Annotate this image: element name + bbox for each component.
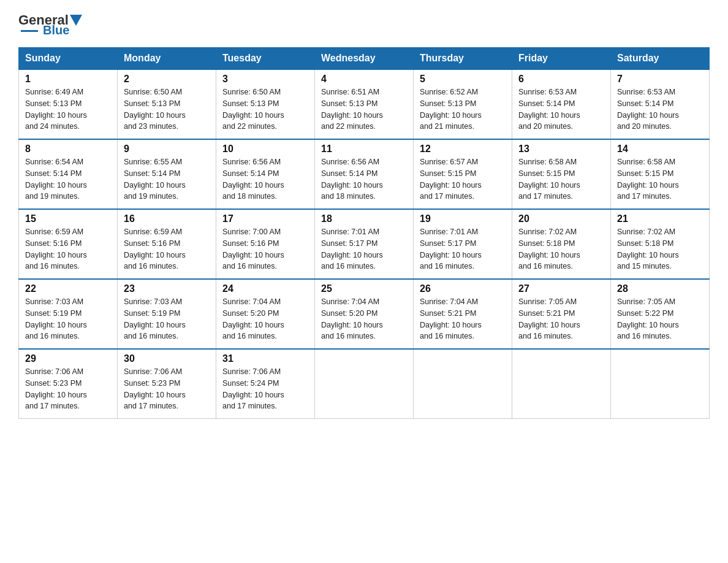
- day-info: Sunrise: 7:04 AMSunset: 5:20 PMDaylight:…: [222, 297, 284, 340]
- day-info: Sunrise: 6:51 AMSunset: 5:13 PMDaylight:…: [321, 88, 383, 131]
- day-info: Sunrise: 6:59 AMSunset: 5:16 PMDaylight:…: [25, 228, 87, 270]
- day-number: 27: [518, 283, 604, 294]
- calendar-day-cell: 5 Sunrise: 6:52 AMSunset: 5:13 PMDayligh…: [414, 69, 512, 139]
- day-number: 26: [420, 283, 506, 294]
- day-info: Sunrise: 6:53 AMSunset: 5:14 PMDaylight:…: [518, 88, 580, 131]
- day-info: Sunrise: 6:53 AMSunset: 5:14 PMDaylight:…: [617, 88, 679, 131]
- day-number: 4: [321, 74, 407, 85]
- calendar-day-cell: 19 Sunrise: 7:01 AMSunset: 5:17 PMDaylig…: [414, 209, 512, 279]
- calendar-day-cell: 15 Sunrise: 6:59 AMSunset: 5:16 PMDaylig…: [19, 209, 118, 279]
- calendar-day-cell: 11 Sunrise: 6:56 AMSunset: 5:14 PMDaylig…: [315, 139, 414, 209]
- day-number: 10: [222, 144, 308, 155]
- calendar-day-cell: 16 Sunrise: 6:59 AMSunset: 5:16 PMDaylig…: [118, 209, 216, 279]
- day-number: 28: [617, 283, 703, 294]
- day-info: Sunrise: 7:01 AMSunset: 5:17 PMDaylight:…: [321, 228, 383, 270]
- day-number: 23: [124, 283, 210, 294]
- day-info: Sunrise: 7:03 AMSunset: 5:19 PMDaylight:…: [124, 297, 186, 340]
- day-number: 14: [617, 144, 703, 155]
- weekday-header-friday: Friday: [512, 48, 611, 70]
- day-number: 20: [518, 213, 604, 224]
- day-info: Sunrise: 6:50 AMSunset: 5:13 PMDaylight:…: [222, 88, 284, 131]
- calendar-day-cell: 24 Sunrise: 7:04 AMSunset: 5:20 PMDaylig…: [216, 279, 315, 349]
- day-info: Sunrise: 6:54 AMSunset: 5:14 PMDaylight:…: [25, 158, 87, 201]
- day-info: Sunrise: 7:02 AMSunset: 5:18 PMDaylight:…: [518, 228, 580, 270]
- calendar-day-cell: 31 Sunrise: 7:06 AMSunset: 5:24 PMDaylig…: [216, 349, 315, 419]
- day-number: 12: [420, 144, 506, 155]
- weekday-header-row: SundayMondayTuesdayWednesdayThursdayFrid…: [19, 48, 710, 70]
- day-number: 2: [124, 74, 210, 85]
- calendar-week-row: 22 Sunrise: 7:03 AMSunset: 5:19 PMDaylig…: [19, 279, 710, 349]
- calendar-day-cell: [315, 349, 414, 419]
- calendar-day-cell: 17 Sunrise: 7:00 AMSunset: 5:16 PMDaylig…: [216, 209, 315, 279]
- day-info: Sunrise: 6:56 AMSunset: 5:14 PMDaylight:…: [321, 158, 383, 201]
- weekday-header-monday: Monday: [118, 48, 216, 70]
- day-number: 1: [25, 74, 111, 85]
- day-info: Sunrise: 7:03 AMSunset: 5:19 PMDaylight:…: [25, 297, 87, 340]
- logo: General Blue: [18, 12, 83, 37]
- day-info: Sunrise: 7:06 AMSunset: 5:23 PMDaylight:…: [124, 367, 186, 410]
- day-info: Sunrise: 7:05 AMSunset: 5:22 PMDaylight:…: [617, 297, 679, 340]
- day-info: Sunrise: 7:05 AMSunset: 5:21 PMDaylight:…: [518, 297, 580, 340]
- day-number: 15: [25, 213, 111, 224]
- calendar-week-row: 15 Sunrise: 6:59 AMSunset: 5:16 PMDaylig…: [19, 209, 710, 279]
- day-number: 18: [321, 213, 407, 224]
- calendar-day-cell: 13 Sunrise: 6:58 AMSunset: 5:15 PMDaylig…: [512, 139, 611, 209]
- day-number: 3: [222, 74, 308, 85]
- weekday-header-wednesday: Wednesday: [315, 48, 414, 70]
- weekday-header-thursday: Thursday: [414, 48, 512, 70]
- weekday-header-saturday: Saturday: [611, 48, 710, 70]
- calendar-day-cell: 8 Sunrise: 6:54 AMSunset: 5:14 PMDayligh…: [19, 139, 118, 209]
- calendar-day-cell: 20 Sunrise: 7:02 AMSunset: 5:18 PMDaylig…: [512, 209, 611, 279]
- day-info: Sunrise: 7:00 AMSunset: 5:16 PMDaylight:…: [222, 228, 284, 270]
- day-info: Sunrise: 7:04 AMSunset: 5:20 PMDaylight:…: [321, 297, 383, 340]
- day-info: Sunrise: 6:49 AMSunset: 5:13 PMDaylight:…: [25, 88, 87, 131]
- calendar-day-cell: 7 Sunrise: 6:53 AMSunset: 5:14 PMDayligh…: [611, 69, 710, 139]
- calendar-day-cell: 1 Sunrise: 6:49 AMSunset: 5:13 PMDayligh…: [19, 69, 118, 139]
- day-info: Sunrise: 6:52 AMSunset: 5:13 PMDaylight:…: [420, 88, 482, 131]
- calendar-day-cell: 28 Sunrise: 7:05 AMSunset: 5:22 PMDaylig…: [611, 279, 710, 349]
- day-number: 29: [25, 353, 111, 364]
- day-number: 31: [222, 353, 308, 364]
- calendar-day-cell: 25 Sunrise: 7:04 AMSunset: 5:20 PMDaylig…: [315, 279, 414, 349]
- calendar-table: SundayMondayTuesdayWednesdayThursdayFrid…: [18, 47, 710, 419]
- calendar-day-cell: [414, 349, 512, 419]
- day-number: 30: [124, 353, 210, 364]
- day-info: Sunrise: 6:58 AMSunset: 5:15 PMDaylight:…: [617, 158, 679, 201]
- day-number: 24: [222, 283, 308, 294]
- calendar-day-cell: 21 Sunrise: 7:02 AMSunset: 5:18 PMDaylig…: [611, 209, 710, 279]
- calendar-day-cell: [512, 349, 611, 419]
- day-number: 7: [617, 74, 703, 85]
- day-number: 22: [25, 283, 111, 294]
- logo-triangle-icon: [70, 15, 82, 26]
- day-info: Sunrise: 6:56 AMSunset: 5:14 PMDaylight:…: [222, 158, 284, 201]
- day-number: 9: [124, 144, 210, 155]
- calendar-day-cell: 22 Sunrise: 7:03 AMSunset: 5:19 PMDaylig…: [19, 279, 118, 349]
- weekday-header-tuesday: Tuesday: [216, 48, 315, 70]
- day-number: 5: [420, 74, 506, 85]
- calendar-day-cell: 14 Sunrise: 6:58 AMSunset: 5:15 PMDaylig…: [611, 139, 710, 209]
- calendar-day-cell: 23 Sunrise: 7:03 AMSunset: 5:19 PMDaylig…: [118, 279, 216, 349]
- calendar-day-cell: 26 Sunrise: 7:04 AMSunset: 5:21 PMDaylig…: [414, 279, 512, 349]
- day-info: Sunrise: 7:02 AMSunset: 5:18 PMDaylight:…: [617, 228, 679, 270]
- weekday-header-sunday: Sunday: [19, 48, 118, 70]
- day-number: 19: [420, 213, 506, 224]
- day-info: Sunrise: 7:01 AMSunset: 5:17 PMDaylight:…: [420, 228, 482, 270]
- calendar-day-cell: [611, 349, 710, 419]
- day-info: Sunrise: 7:06 AMSunset: 5:24 PMDaylight:…: [222, 367, 284, 410]
- calendar-day-cell: 29 Sunrise: 7:06 AMSunset: 5:23 PMDaylig…: [19, 349, 118, 419]
- calendar-week-row: 8 Sunrise: 6:54 AMSunset: 5:14 PMDayligh…: [19, 139, 710, 209]
- day-info: Sunrise: 6:59 AMSunset: 5:16 PMDaylight:…: [124, 228, 186, 270]
- calendar-day-cell: 18 Sunrise: 7:01 AMSunset: 5:17 PMDaylig…: [315, 209, 414, 279]
- calendar-day-cell: 2 Sunrise: 6:50 AMSunset: 5:13 PMDayligh…: [118, 69, 216, 139]
- calendar-day-cell: 3 Sunrise: 6:50 AMSunset: 5:13 PMDayligh…: [216, 69, 315, 139]
- day-number: 16: [124, 213, 210, 224]
- day-info: Sunrise: 6:55 AMSunset: 5:14 PMDaylight:…: [124, 158, 186, 201]
- day-number: 17: [222, 213, 308, 224]
- day-number: 13: [518, 144, 604, 155]
- day-info: Sunrise: 6:50 AMSunset: 5:13 PMDaylight:…: [124, 88, 186, 131]
- calendar-day-cell: 27 Sunrise: 7:05 AMSunset: 5:21 PMDaylig…: [512, 279, 611, 349]
- day-number: 11: [321, 144, 407, 155]
- calendar-week-row: 1 Sunrise: 6:49 AMSunset: 5:13 PMDayligh…: [19, 69, 710, 139]
- day-number: 8: [25, 144, 111, 155]
- day-info: Sunrise: 7:04 AMSunset: 5:21 PMDaylight:…: [420, 297, 482, 340]
